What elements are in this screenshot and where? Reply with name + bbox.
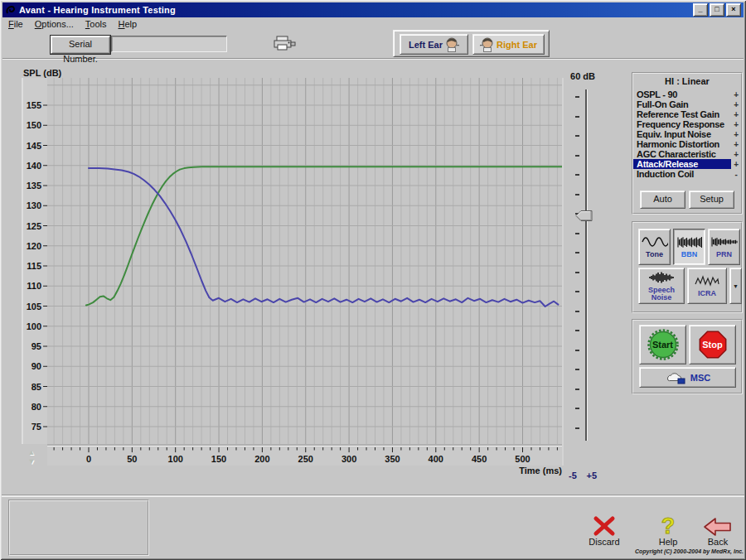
- back-button[interactable]: Back: [695, 514, 741, 547]
- help-button[interactable]: ? Help: [649, 514, 687, 547]
- test-item-equiv-input-noise[interactable]: Equiv. Input Noise+: [633, 129, 741, 139]
- svg-text:100: 100: [27, 321, 41, 331]
- test-item-label: Frequency Response: [633, 119, 731, 129]
- test-item-ospl-90[interactable]: OSPL - 90+: [633, 89, 741, 99]
- test-item-label: OSPL - 90: [633, 89, 731, 99]
- stop-icon: [693, 328, 733, 361]
- right-ear-label: Right Ear: [497, 40, 537, 50]
- bbn-wave-icon: [677, 234, 702, 249]
- icra-wave-icon: [695, 273, 719, 288]
- test-item-frequency-response[interactable]: Frequency Response+: [633, 119, 741, 129]
- test-item-label: Full-On Gain: [633, 99, 731, 109]
- toolbar: Serial Number. Left Ear: [2, 29, 744, 59]
- svg-text:200: 200: [254, 454, 269, 464]
- x-axis-title: Time (ms): [489, 466, 562, 476]
- test-item-label: Harmonic Distortion: [633, 139, 731, 149]
- test-item-marker: +: [731, 160, 741, 169]
- start-icon: [643, 328, 683, 361]
- gain-slider-track[interactable]: [585, 89, 588, 441]
- svg-text:150: 150: [27, 120, 41, 130]
- svg-text:145: 145: [27, 141, 41, 151]
- svg-text:110: 110: [27, 281, 41, 291]
- test-item-full-on-gain[interactable]: Full-On Gain+: [633, 99, 741, 109]
- test-item-harmonic-distortion[interactable]: Harmonic Distortion+: [633, 139, 741, 149]
- stimulus-more-button[interactable]: ▼: [729, 268, 742, 304]
- auto-button[interactable]: Auto: [640, 191, 685, 209]
- discard-button[interactable]: Discard: [580, 514, 628, 547]
- test-item-label: AGC Characteristic: [633, 149, 731, 159]
- setup-button[interactable]: Setup: [689, 191, 734, 209]
- test-list-header: HI : Linear: [633, 76, 741, 86]
- svg-text:90: 90: [31, 361, 41, 371]
- svg-text:130: 130: [27, 200, 41, 210]
- notes-panel: [8, 500, 149, 556]
- svg-text:85: 85: [31, 382, 41, 392]
- gain-slider-min: -5: [569, 471, 577, 480]
- test-item-marker: +: [731, 110, 741, 119]
- menu-bar: FileOptions...ToolsHelp: [2, 18, 744, 29]
- stimulus-row-2: Speech NoiseICRA▼: [638, 268, 742, 304]
- test-item-marker: +: [731, 150, 741, 159]
- back-arrow-icon: [703, 517, 733, 537]
- svg-text:100: 100: [168, 454, 183, 464]
- svg-text:80: 80: [31, 402, 41, 412]
- close-button[interactable]: ×: [726, 3, 741, 17]
- stimulus-speech-noise-button[interactable]: Speech Noise: [638, 268, 685, 304]
- gain-slider-max: +5: [586, 471, 597, 480]
- test-item-label: Induction Coil: [633, 169, 731, 179]
- left-ear-button[interactable]: Left Ear: [400, 34, 468, 55]
- svg-text:400: 400: [429, 454, 443, 464]
- speech-noise-wave-icon: [648, 270, 675, 285]
- test-item-label: Equiv. Input Noise: [633, 129, 731, 139]
- stimulus-tone-button[interactable]: Tone: [638, 229, 671, 265]
- minimize-button[interactable]: _: [693, 3, 708, 17]
- gain-slider-thumb[interactable]: [575, 210, 593, 221]
- stop-button[interactable]: Stop: [689, 325, 736, 364]
- serial-number-input[interactable]: [111, 36, 227, 52]
- help-label: Help: [649, 537, 687, 547]
- menu-item-file[interactable]: File: [2, 19, 29, 29]
- printer-icon[interactable]: [271, 34, 298, 53]
- ear-selector-group: Left Ear Right Ear: [393, 30, 550, 57]
- svg-text:75: 75: [31, 422, 41, 432]
- test-item-attack-release[interactable]: Attack/Release+: [633, 159, 741, 169]
- menu-item-tools[interactable]: Tools: [80, 19, 113, 29]
- scroll-down-icon[interactable]: ▼: [22, 457, 41, 466]
- test-item-marker: +: [731, 140, 741, 149]
- menu-item-help[interactable]: Help: [113, 19, 143, 29]
- start-button[interactable]: Start: [639, 325, 686, 364]
- window-title: Avant - Hearing Instrument Testing: [19, 5, 691, 15]
- test-item-agc-characteristic[interactable]: AGC Characteristic+: [633, 149, 741, 159]
- svg-text:350: 350: [385, 454, 400, 464]
- test-item-reference-test-gain[interactable]: Reference Test Gain+: [633, 109, 741, 119]
- test-item-marker: +: [731, 90, 741, 99]
- serial-number-button[interactable]: Serial Number.: [51, 36, 110, 54]
- right-ear-icon: [480, 36, 494, 52]
- x-scroll-spinner[interactable]: ▲ ▼: [22, 448, 41, 466]
- test-item-induction-coil[interactable]: Induction Coil-: [633, 169, 741, 179]
- svg-text:50: 50: [127, 454, 137, 464]
- transport-panel: Start Stop MSC: [632, 319, 743, 394]
- stimulus-icra-button[interactable]: ICRA: [687, 268, 727, 304]
- copyright-text: Copyright (C) 2000-2004 by MedRx, Inc.: [635, 548, 744, 554]
- maximize-button[interactable]: □: [710, 3, 724, 17]
- left-ear-label: Left Ear: [409, 40, 443, 50]
- scroll-up-icon[interactable]: ▲: [22, 448, 41, 457]
- stimulus-label: BBN: [681, 251, 698, 258]
- gain-slider-tick: [575, 194, 579, 196]
- stimulus-bbn-button[interactable]: BBN: [673, 229, 705, 265]
- svg-text:250: 250: [298, 454, 313, 464]
- gain-slider-tick: [575, 408, 579, 409]
- svg-text:0: 0: [86, 454, 91, 464]
- help-question-icon: ?: [661, 515, 676, 537]
- right-ear-button[interactable]: Right Ear: [472, 34, 545, 55]
- test-item-marker: -: [731, 170, 741, 179]
- test-list: OSPL - 90+Full-On Gain+Reference Test Ga…: [633, 89, 741, 179]
- stimulus-prn-button[interactable]: PRN: [708, 229, 740, 265]
- menu-item-options[interactable]: Options...: [29, 19, 80, 29]
- svg-text:450: 450: [472, 454, 487, 464]
- svg-text:140: 140: [27, 161, 41, 171]
- gain-slider-tick: [575, 174, 579, 176]
- msc-button[interactable]: MSC: [639, 367, 736, 388]
- gain-slider-tick: [575, 252, 579, 253]
